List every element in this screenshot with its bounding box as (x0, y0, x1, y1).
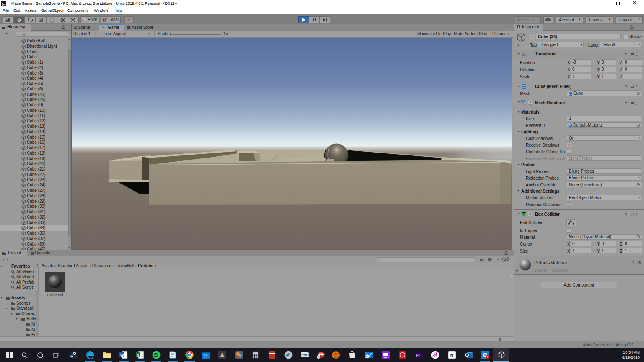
svg-text:Pr: Pr (416, 353, 420, 357)
svg-text:X: X (137, 353, 139, 357)
svg-text:3: 3 (318, 356, 320, 359)
svg-text:CEMU: CEMU (302, 354, 309, 357)
svg-text:99+: 99+ (365, 356, 369, 358)
svg-text:N: N (450, 352, 454, 358)
svg-text:2: 2 (487, 355, 488, 359)
svg-text:W: W (120, 353, 124, 357)
